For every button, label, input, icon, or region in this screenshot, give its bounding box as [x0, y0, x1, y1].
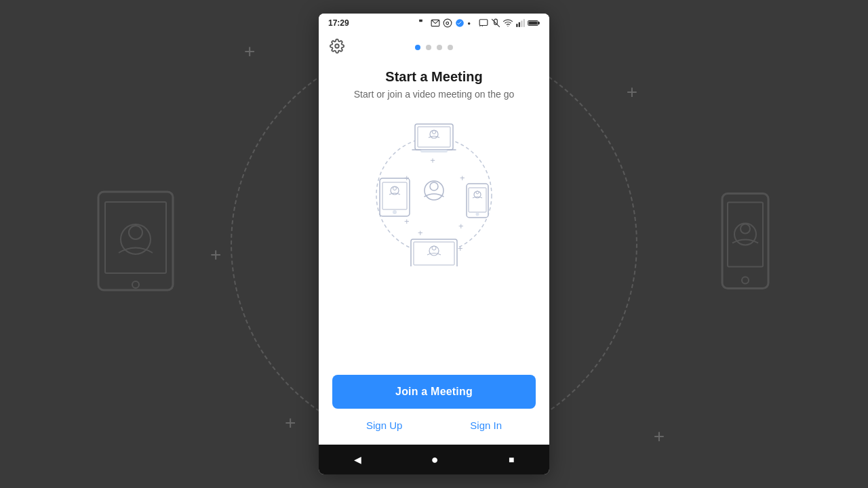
svg-rect-22 — [538, 22, 539, 24]
whatsapp-icon — [443, 18, 452, 28]
android-nav-bar: ◀ ● ■ — [319, 445, 549, 474]
background-tablet — [95, 188, 183, 300]
phone-frame: 17:29 ● — [319, 14, 549, 474]
svg-rect-10 — [419, 20, 422, 22]
status-bar: 17:29 ● — [319, 14, 549, 33]
dot-4[interactable] — [448, 45, 453, 50]
svg-point-3 — [129, 226, 142, 239]
page-subtitle: Start or join a video meeting on the go — [354, 89, 515, 100]
status-icons: ● — [418, 18, 540, 28]
settings-button[interactable] — [330, 39, 344, 56]
svg-rect-18 — [521, 21, 522, 27]
recent-button[interactable]: ■ — [509, 454, 514, 465]
svg-line-15 — [492, 19, 500, 27]
mute-icon — [491, 18, 500, 28]
background-phone — [719, 190, 773, 298]
app-bar — [319, 33, 549, 62]
svg-rect-21 — [529, 22, 537, 24]
dot-2[interactable] — [426, 45, 431, 50]
plus-icon: + — [210, 244, 221, 266]
svg-point-4 — [132, 281, 139, 288]
plus-icon: + — [654, 426, 665, 447]
svg-text:+: + — [404, 173, 410, 183]
svg-text:+: + — [458, 221, 464, 231]
telegram-icon — [455, 18, 465, 28]
sign-in-button[interactable]: Sign In — [470, 420, 502, 431]
auth-links: Sign Up Sign In — [332, 420, 536, 431]
svg-point-8 — [741, 224, 750, 234]
plus-icon: + — [244, 41, 255, 62]
main-content: Start a Meeting Start or join a video me… — [319, 62, 549, 375]
message-icon — [431, 18, 440, 28]
svg-rect-19 — [524, 19, 525, 27]
dot-3[interactable] — [437, 45, 442, 50]
svg-text:+: + — [430, 155, 435, 165]
svg-rect-14 — [479, 20, 488, 26]
signal-icon — [515, 18, 525, 28]
bottom-section: Join a Meeting Sign Up Sign In — [319, 375, 549, 445]
dot-1[interactable] — [415, 45, 420, 50]
svg-point-12 — [443, 19, 452, 27]
svg-rect-17 — [519, 22, 520, 27]
plus-icon: + — [285, 412, 296, 434]
back-button[interactable]: ◀ — [354, 454, 361, 465]
plus-icon: + — [627, 81, 637, 103]
svg-text:+: + — [460, 173, 465, 183]
svg-point-36 — [393, 210, 397, 214]
status-time: 17:29 — [328, 18, 349, 28]
svg-rect-0 — [98, 192, 173, 290]
page-title: Start a Meeting — [385, 69, 482, 85]
sign-up-button[interactable]: Sign Up — [366, 420, 402, 431]
wifi-icon — [503, 18, 513, 28]
svg-point-41 — [476, 213, 479, 216]
svg-text:+: + — [458, 243, 463, 253]
svg-rect-5 — [722, 194, 768, 289]
join-meeting-button[interactable]: Join a Meeting — [332, 375, 536, 409]
notification-icon — [418, 18, 428, 28]
svg-rect-31 — [420, 150, 448, 152]
svg-point-9 — [742, 277, 749, 284]
home-button[interactable]: ● — [431, 453, 439, 467]
svg-text:+: + — [404, 216, 410, 226]
svg-point-26 — [430, 182, 438, 190]
svg-rect-1 — [105, 202, 166, 273]
svg-text:+: + — [418, 228, 423, 238]
page-dots — [415, 45, 453, 50]
svg-rect-27 — [415, 124, 453, 150]
svg-point-23 — [335, 44, 339, 48]
dot-icon: ● — [467, 20, 471, 26]
gear-icon — [330, 39, 344, 54]
svg-rect-6 — [728, 203, 763, 267]
battery-icon — [528, 19, 540, 27]
svg-rect-16 — [516, 24, 517, 27]
meeting-illustration: + + + + + + + — [359, 110, 509, 266]
cast-icon — [479, 18, 488, 28]
